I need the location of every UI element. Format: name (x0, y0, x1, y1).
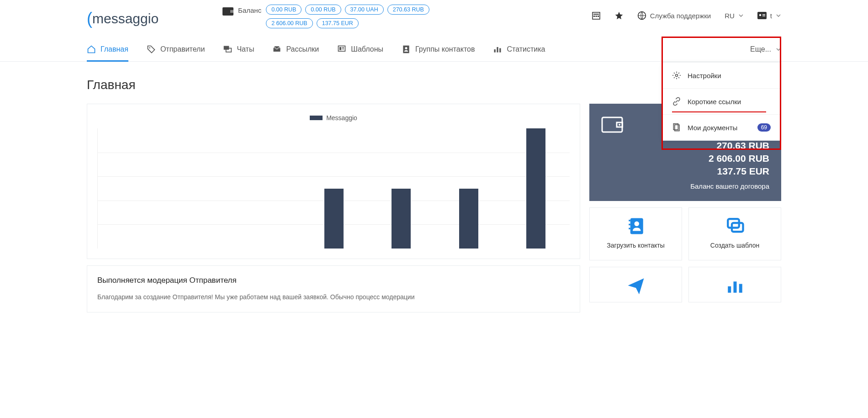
nav-home[interactable]: Главная (87, 37, 128, 61)
bars-icon (693, 276, 777, 295)
chart-bar (459, 189, 478, 249)
support-link[interactable]: Служба поддержки (637, 11, 711, 20)
nav-chats[interactable]: Чаты (223, 37, 254, 61)
wallet-icon (222, 7, 233, 16)
svg-rect-21 (494, 49, 496, 53)
svg-rect-23 (500, 48, 501, 53)
chevron-down-icon (738, 13, 744, 18)
user-menu[interactable]: t (757, 12, 781, 20)
balance-chip[interactable]: 2 606.00 RUB (266, 18, 313, 28)
chart-bar (392, 189, 411, 249)
svg-rect-4 (593, 16, 595, 17)
svg-rect-37 (728, 286, 731, 293)
nav-contact-groups[interactable]: Группы контактов (402, 37, 475, 61)
svg-rect-11 (762, 16, 765, 16)
chart-card: Messaggio (87, 104, 580, 259)
svg-rect-39 (739, 284, 742, 293)
contacts-icon (402, 45, 411, 54)
home-icon (87, 45, 96, 54)
calendar-icon[interactable] (592, 11, 601, 20)
tag-icon (147, 45, 156, 54)
svg-point-9 (759, 14, 761, 16)
support-icon (637, 11, 646, 20)
chart-legend[interactable]: Messaggio (97, 114, 570, 122)
inbox-icon (272, 45, 281, 54)
balance-label: Баланс (238, 6, 261, 14)
contacts-book-icon (593, 217, 678, 235)
highlight-underline (672, 111, 766, 112)
wallet-icon (601, 115, 623, 133)
chevron-down-icon (776, 13, 781, 18)
action-upload-contacts[interactable]: Загрузить контакты (589, 207, 682, 260)
chevron-down-icon (776, 47, 781, 52)
documents-badge: 69 (757, 123, 771, 132)
language-selector[interactable]: RU (725, 12, 744, 20)
svg-point-29 (619, 124, 620, 126)
action-send[interactable] (589, 267, 682, 302)
gear-icon (672, 71, 681, 80)
id-card-icon (757, 12, 767, 19)
nav-more[interactable]: Еще... (750, 37, 781, 61)
legend-swatch (310, 116, 323, 120)
action-create-template[interactable]: Создать шаблон (688, 207, 781, 260)
action-stats[interactable] (688, 267, 781, 302)
svg-rect-15 (339, 46, 345, 52)
chart-area (97, 128, 570, 249)
more-dropdown: Настройки Короткие ссылки Мои документы … (662, 62, 780, 141)
nav-senders[interactable]: Отправители (147, 37, 205, 61)
balance-caption: Баланс вашего договора (601, 182, 769, 190)
svg-rect-5 (595, 16, 597, 17)
logo[interactable]: (messaggio (87, 9, 159, 28)
stats-icon (493, 45, 502, 54)
template-icon (337, 45, 346, 54)
svg-rect-3 (593, 14, 599, 15)
info-title: Выполняется модерация Отправителя (97, 276, 570, 285)
balance-chip[interactable]: 270.63 RUB (387, 5, 429, 15)
svg-point-12 (149, 47, 150, 48)
balance-chip[interactable]: 137.75 EUR (317, 18, 359, 28)
dropdown-shortlinks[interactable]: Короткие ссылки (663, 88, 780, 114)
chart-bar (324, 189, 344, 249)
dropdown-documents[interactable]: Мои документы 69 (663, 114, 780, 140)
balance-section: Баланс 0.00 RUB0.00 RUB37.00 UAH270.63 R… (222, 5, 476, 28)
template-bubble-icon (693, 217, 777, 235)
svg-point-31 (634, 222, 639, 227)
svg-rect-16 (339, 47, 341, 50)
nav-campaigns[interactable]: Рассылки (272, 37, 319, 61)
balance-chip[interactable]: 0.00 RUB (305, 5, 341, 15)
svg-rect-22 (497, 47, 498, 53)
svg-rect-1 (230, 10, 233, 13)
nav-statistics[interactable]: Статистика (493, 37, 545, 61)
star-icon[interactable] (614, 11, 624, 20)
chart-bar (526, 128, 545, 249)
balance-chip[interactable]: 37.00 UAH (345, 5, 384, 15)
svg-rect-10 (762, 14, 765, 15)
chat-icon (223, 45, 232, 54)
document-icon (672, 123, 681, 132)
info-text: Благодарим за создание Отправителя! Мы у… (97, 292, 570, 302)
balance-chip[interactable]: 0.00 RUB (266, 5, 302, 15)
svg-point-20 (405, 47, 408, 49)
dropdown-settings[interactable]: Настройки (663, 63, 780, 88)
svg-rect-6 (598, 16, 599, 17)
moderation-card: Выполняется модерация Отправителя Благод… (87, 265, 580, 312)
nav-templates[interactable]: Шаблоны (337, 37, 383, 61)
send-icon (593, 276, 678, 295)
svg-rect-38 (733, 281, 736, 293)
link-icon (672, 97, 681, 106)
svg-point-24 (676, 74, 678, 77)
